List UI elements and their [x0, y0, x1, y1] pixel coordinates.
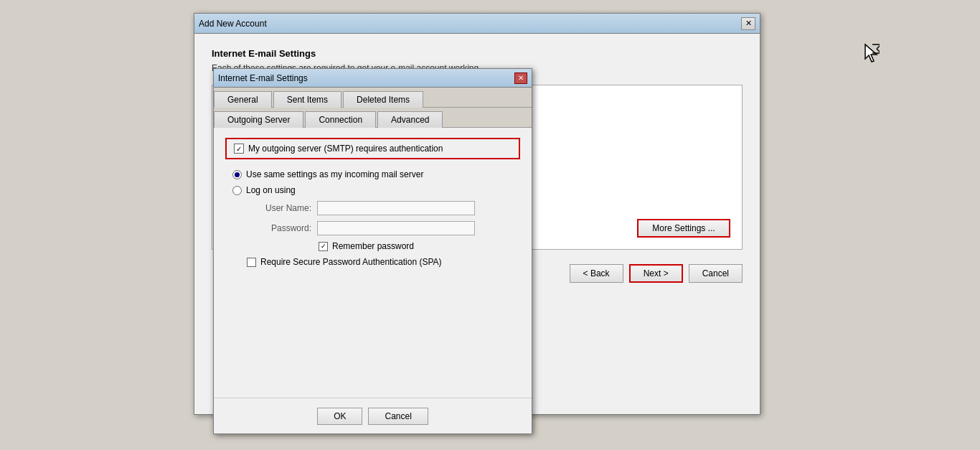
tab-sent-items[interactable]: Sent Items: [273, 91, 341, 108]
username-label: User Name:: [247, 203, 311, 213]
tabs-row-2: Outgoing Server Connection Advanced: [214, 108, 532, 128]
smtp-auth-label: My outgoing server (SMTP) requires authe…: [248, 144, 443, 154]
email-settings-close-button[interactable]: ✕: [514, 72, 527, 84]
email-settings-titlebar: Internet E-mail Settings ✕: [214, 69, 532, 88]
outgoing-server-tab-content: ✓ My outgoing server (SMTP) requires aut…: [214, 128, 532, 283]
smtp-auth-checkbox[interactable]: ✓: [234, 144, 244, 154]
tab-general[interactable]: General: [214, 91, 272, 108]
tab-outgoing-server[interactable]: Outgoing Server: [214, 111, 303, 128]
radio-use-same-settings-btn[interactable]: [232, 170, 242, 179]
username-input[interactable]: [317, 201, 475, 215]
email-settings-footer: OK Cancel: [214, 398, 532, 433]
email-settings-title: Internet E-mail Settings: [218, 73, 308, 83]
email-settings-cancel-button[interactable]: Cancel: [368, 408, 428, 425]
email-settings-ok-button[interactable]: OK: [317, 408, 362, 425]
username-row: User Name:: [247, 201, 520, 215]
add-new-account-close-button[interactable]: ✕: [741, 17, 755, 30]
radio-use-same-settings[interactable]: Use same settings as my incoming mail se…: [232, 169, 520, 179]
add-new-account-section-title: Internet E-mail Settings: [212, 48, 743, 59]
password-label: Password:: [247, 223, 311, 233]
tab-deleted-items[interactable]: Deleted Items: [343, 91, 423, 108]
radio-log-on-using[interactable]: Log on using: [232, 185, 520, 195]
svg-line-2: [877, 49, 880, 53]
password-input[interactable]: [317, 221, 475, 235]
cancel-button[interactable]: Cancel: [689, 264, 743, 283]
email-settings-dialog: Internet E-mail Settings ✕ General Sent …: [213, 68, 532, 434]
radio-log-on-using-btn[interactable]: [232, 186, 242, 195]
remember-password-label: Remember password: [332, 241, 414, 251]
spa-label: Require Secure Password Authentication (…: [260, 257, 442, 267]
tabs-row-1: General Sent Items Deleted Items: [214, 88, 532, 108]
password-row: Password:: [247, 221, 520, 235]
add-new-account-title: Add New Account: [199, 19, 267, 29]
log-on-using-label: Log on using: [246, 185, 296, 195]
radio-group: Use same settings as my incoming mail se…: [232, 169, 520, 195]
use-same-settings-label: Use same settings as my incoming mail se…: [246, 169, 423, 179]
add-new-account-titlebar: Add New Account ✕: [194, 14, 760, 34]
remember-password-checkbox[interactable]: ✓: [319, 242, 328, 251]
more-settings-button[interactable]: More Settings ...: [637, 219, 730, 238]
tab-advanced[interactable]: Advanced: [377, 111, 443, 128]
spa-checkbox[interactable]: [247, 258, 256, 267]
svg-line-1: [877, 44, 880, 49]
back-button[interactable]: < Back: [570, 264, 623, 283]
smtp-auth-box: ✓ My outgoing server (SMTP) requires aut…: [225, 138, 520, 159]
spa-row: Require Secure Password Authentication (…: [247, 257, 520, 267]
next-button[interactable]: Next >: [629, 264, 683, 283]
tab-connection[interactable]: Connection: [305, 111, 376, 128]
remember-password-row: ✓ Remember password: [319, 241, 520, 251]
cursor-icon: [862, 43, 880, 63]
